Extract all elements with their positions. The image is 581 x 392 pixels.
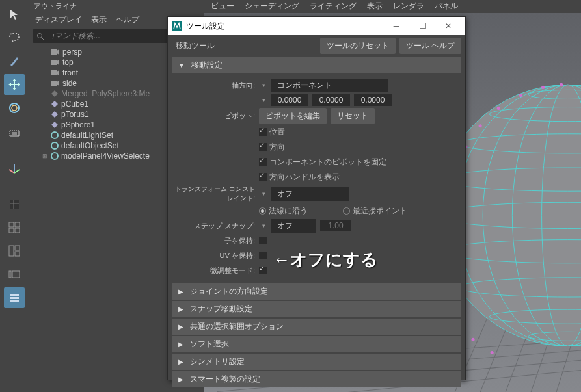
svg-rect-24 <box>51 70 57 75</box>
keep-children-label: 子を保持: <box>174 236 259 246</box>
mesh-icon <box>51 121 59 129</box>
section-soft-select[interactable]: ▶ソフト選択 <box>172 336 461 352</box>
menu-display[interactable]: ディスプレイ <box>35 14 82 25</box>
camera-icon <box>51 80 60 86</box>
section-joint-orient[interactable]: ▶ジョイントの方向設定 <box>172 283 461 300</box>
tool-help-button[interactable]: ツール ヘルプ <box>399 38 461 54</box>
search-icon <box>36 33 44 40</box>
dialog-titlebar[interactable]: ツール設定 ─ ☐ ✕ <box>168 17 465 35</box>
layout-4-icon[interactable] <box>4 287 25 308</box>
chk-orient-handle[interactable]: 方向ハンドルを表示 <box>259 172 340 183</box>
svg-point-1 <box>12 105 17 111</box>
section-snap-move[interactable]: ▶スナップ移動設定 <box>172 301 461 317</box>
svg-rect-11 <box>15 228 20 233</box>
vp-menu-lighting[interactable]: ライティング <box>310 1 357 12</box>
svg-point-64 <box>479 124 482 127</box>
step-snap-dropdown[interactable]: オフ <box>271 219 316 233</box>
coord-y-field[interactable]: 0.0000 <box>312 94 350 106</box>
section-symmetry[interactable]: ▶シンメトリ設定 <box>172 354 461 370</box>
close-button[interactable]: ✕ <box>435 17 461 35</box>
dropdown-arrow-icon[interactable]: ▾ <box>259 95 268 105</box>
set-icon <box>51 152 59 160</box>
vp-menu-shading[interactable]: シェーディング <box>245 1 299 12</box>
pivot-label: ピボット: <box>174 111 259 121</box>
svg-rect-23 <box>51 60 57 65</box>
reset-pivot-button[interactable]: リセット <box>331 108 375 124</box>
vp-menu-renderer[interactable]: レンダラ <box>393 1 424 12</box>
snap-grid-icon[interactable] <box>4 194 25 215</box>
chk-keep-children[interactable] <box>259 237 267 244</box>
svg-rect-25 <box>51 81 57 86</box>
dropdown-arrow-icon[interactable]: ▾ <box>259 80 268 90</box>
vp-menu-view[interactable]: ビュー <box>211 1 234 12</box>
svg-line-5 <box>9 170 14 173</box>
section-smart-dup[interactable]: ▶スマート複製の設定 <box>172 371 461 387</box>
radio-icon <box>259 207 266 215</box>
maya-logo-icon <box>172 21 182 31</box>
svg-point-73 <box>491 351 494 354</box>
dialog-title: ツール設定 <box>186 21 225 32</box>
svg-rect-15 <box>9 271 11 278</box>
svg-point-66 <box>519 94 522 97</box>
step-snap-label: ステップ スナップ: <box>174 221 259 231</box>
chevron-right-icon: ▶ <box>178 288 183 295</box>
tool-settings-dialog: ツール設定 ─ ☐ ✕ 移動ツール ツールのリセット ツール ヘルプ ▼移動設定… <box>167 16 466 380</box>
chk-comp-pivot[interactable]: コンポーネントのピボットを固定 <box>259 157 386 168</box>
svg-rect-3 <box>12 132 17 135</box>
chk-label-text: 方向 <box>269 142 285 153</box>
select-tool[interactable] <box>4 4 25 25</box>
section-label: ソフト選択 <box>190 339 229 350</box>
chk-keep-uv[interactable] <box>259 252 267 259</box>
section-label: 共通の選択範囲オプション <box>190 321 284 332</box>
svg-rect-13 <box>15 246 20 250</box>
manipulator-icon[interactable] <box>4 157 25 178</box>
svg-point-68 <box>560 83 563 86</box>
dropdown-arrow-icon[interactable]: ▾ <box>259 189 268 199</box>
edit-pivot-button[interactable]: ピボットを編集 <box>259 108 327 124</box>
coord-z-field[interactable]: 0.0000 <box>354 94 392 106</box>
chk-tweak-mode[interactable] <box>259 267 267 274</box>
reset-tool-button[interactable]: ツールのリセット <box>320 38 396 54</box>
lasso-tool[interactable] <box>4 27 25 48</box>
svg-rect-12 <box>9 246 14 256</box>
menu-show[interactable]: 表示 <box>91 14 107 25</box>
set-icon <box>51 131 59 139</box>
expand-icon[interactable]: ⊞ <box>42 153 48 159</box>
move-tool[interactable] <box>4 74 25 95</box>
section-common-select[interactable]: ▶共通の選択範囲オプション <box>172 319 461 335</box>
svg-rect-16 <box>12 271 20 278</box>
layout-2-icon[interactable] <box>4 241 25 261</box>
svg-rect-7 <box>10 200 19 209</box>
section-move-settings[interactable]: ▼移動設定 <box>172 57 461 73</box>
minimize-button[interactable]: ─ <box>383 17 409 35</box>
radio-edge-normal[interactable]: 法線に沿う <box>259 205 308 216</box>
layout-3-icon[interactable] <box>4 264 25 285</box>
layout-1-icon[interactable] <box>4 217 25 238</box>
paint-select-tool[interactable] <box>4 51 25 72</box>
left-tool-rail <box>0 0 29 392</box>
axis-dropdown[interactable]: コンポーネント <box>271 79 388 92</box>
checkbox-icon <box>259 173 267 181</box>
vp-menu-panels[interactable]: パネル <box>435 1 458 12</box>
xform-dropdown[interactable]: オフ <box>271 187 349 201</box>
tweak-mode-label: 微調整モード: <box>174 266 259 276</box>
chk-orientation[interactable]: 方向 <box>259 142 285 153</box>
checkbox-icon <box>259 143 267 151</box>
chk-label-text: コンポーネントのピボットを固定 <box>269 157 386 168</box>
chk-position[interactable]: 位置 <box>259 127 285 138</box>
rotate-tool[interactable] <box>4 98 25 118</box>
dropdown-arrow-icon[interactable]: ▾ <box>259 220 268 231</box>
scale-tool[interactable] <box>4 121 25 142</box>
maximize-button[interactable]: ☐ <box>409 17 435 35</box>
menu-help[interactable]: ヘルプ <box>116 14 139 25</box>
mesh-icon <box>51 100 59 108</box>
tree-label: pCube1 <box>61 99 88 109</box>
svg-point-65 <box>497 107 500 110</box>
radio-nearest-point[interactable]: 最近接ポイント <box>343 205 407 216</box>
checkbox-icon <box>259 128 267 136</box>
step-snap-value[interactable]: 1.00 <box>320 220 351 231</box>
radio-icon <box>343 207 350 215</box>
vp-menu-show[interactable]: 表示 <box>367 1 383 12</box>
chevron-right-icon: ▶ <box>178 376 183 383</box>
coord-x-field[interactable]: 0.0000 <box>271 94 308 106</box>
